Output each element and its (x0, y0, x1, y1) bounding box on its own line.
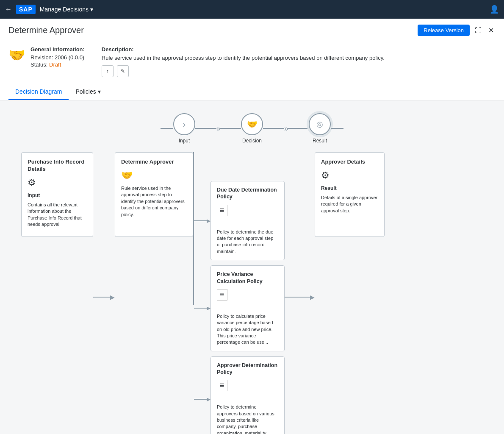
flow-node-decision-label: Decision (242, 138, 262, 144)
revision-value: 2006 (0.0.0) (55, 54, 84, 61)
general-info-title: General Information: (30, 46, 85, 53)
description-text: Rule service used in the approval proces… (102, 54, 496, 62)
policy-card-3: Approver Determination Policy ≡ Policy t… (210, 356, 285, 434)
general-info-left: 🤝 General Information: Revision: 2006 (0… (8, 46, 85, 69)
arrow-1: ▶ (110, 294, 115, 300)
back-button[interactable]: ← (5, 6, 12, 13)
policy-3-icon: ≡ (217, 380, 227, 391)
h-stub-3 (194, 399, 207, 400)
arrow-2: ▶ (310, 294, 315, 300)
tab-policies-arrow: ▾ (98, 88, 101, 95)
decision-card-title: Determine Approver (121, 159, 187, 166)
h-line-1 (93, 297, 110, 298)
manage-decisions-menu[interactable]: Manage Decisions ▾ (40, 6, 93, 13)
flow-node-decision: 🤝 Decision (241, 113, 263, 144)
flow-node-input-label: Input (179, 138, 190, 144)
policy-1-title: Due Date Determination Policy (217, 186, 278, 200)
policy-1-icon: ≡ (217, 205, 227, 216)
tab-decision-diagram[interactable]: Decision Diagram (8, 84, 69, 100)
tabs: Decision Diagram Policies ▾ (8, 84, 496, 100)
header-actions: Release Version ⛶ ✕ (418, 25, 496, 36)
policy-row-1: ▶ Due Date Determination Policy ≡ Policy… (194, 181, 285, 260)
policy-card-1: Due Date Determination Policy ≡ Policy t… (210, 181, 285, 260)
result-card-icon: ⚙ (321, 170, 378, 181)
flow-node-result: ◎ Result (309, 113, 331, 144)
flow-node-result-label: Result (313, 138, 327, 144)
general-info-section: 🤝 General Information: Revision: 2006 (0… (8, 42, 496, 84)
release-version-button[interactable]: Release Version (418, 25, 470, 36)
flow-node-result-circle[interactable]: ◎ (309, 113, 331, 135)
revision-label: Revision: (30, 54, 53, 61)
top-bar: ← SAP Manage Decisions ▾ 👤 (0, 0, 504, 19)
flow-node-input: › Input (173, 113, 195, 144)
toolbar-icons: ↑ ✎ (102, 65, 496, 77)
tab-decision-diagram-label: Decision Diagram (15, 88, 62, 95)
policy-row-3: ▶ Approver Determination Policy ≡ Policy… (194, 356, 285, 434)
flow-node-decision-circle[interactable]: 🤝 (241, 113, 263, 135)
flow-line-2a (263, 128, 284, 129)
sap-logo: SAP (16, 5, 36, 14)
flow-node-input-circle[interactable]: › (173, 113, 195, 135)
fullscreen-button[interactable]: ⛶ (473, 25, 483, 36)
page-header: Determine Approver Release Version ⛶ ✕ 🤝… (0, 19, 504, 100)
result-card-desc: Details of a single approver required fo… (321, 195, 378, 214)
result-card: Approver Details ⚙ Result Details of a s… (315, 152, 385, 237)
decision-card: Determine Approver 🤝 Rule service used i… (115, 152, 193, 237)
policy-3-title: Approver Determination Policy (217, 362, 278, 376)
general-info-text: General Information: Revision: 2006 (0.0… (30, 46, 85, 69)
h-line-long (285, 297, 310, 298)
policy-3-desc: Policy to determine approvers based on v… (217, 404, 278, 434)
connector-decision-result: ▶ (285, 294, 315, 300)
flow-line-end (331, 128, 343, 129)
user-icon[interactable]: 👤 (490, 5, 499, 14)
h-stub-2 (194, 308, 207, 309)
result-card-title: Approver Details (321, 159, 378, 166)
middle-section: ▶ Due Date Determination Policy ≡ Policy… (193, 152, 285, 434)
flow-diagram: › Input » 🤝 Decision » ◎ Result (8, 109, 496, 152)
tab-policies[interactable]: Policies ▾ (69, 84, 107, 100)
flow-line-1a (195, 128, 216, 129)
input-card-desc: Contains all the relevant information ab… (28, 202, 87, 228)
flow-line-2b (288, 128, 309, 129)
close-button[interactable]: ✕ (487, 25, 496, 36)
page-header-top: Determine Approver Release Version ⛶ ✕ (8, 25, 496, 36)
policies-with-connector: ▶ Due Date Determination Policy ≡ Policy… (193, 152, 285, 434)
connector-input-decision: ▶ (93, 294, 115, 300)
description-section: Description: Rule service used in the ap… (102, 46, 496, 77)
arrow-policy-3: ▶ (207, 396, 210, 402)
policy-1-desc: Policy to determine the due date for eac… (217, 229, 278, 255)
input-card-type: Input (28, 192, 87, 198)
status-row: Status: Draft (30, 61, 85, 68)
policy-2-icon: ≡ (217, 289, 227, 300)
top-bar-left: ← SAP Manage Decisions ▾ (5, 5, 93, 14)
result-card-type: Result (321, 185, 378, 191)
cards-area: Purchase Info Record Details ⚙ Input Con… (8, 152, 496, 434)
top-bar-right: 👤 (490, 5, 499, 14)
toolbar-up-button[interactable]: ↑ (102, 65, 114, 77)
description-label: Description: (102, 46, 496, 53)
page-title: Determine Approver (8, 25, 84, 35)
policy-row-2: ▶ Price Variance Calculation Policy ≡ Po… (194, 265, 285, 351)
tab-policies-label: Policies (75, 88, 96, 95)
policy-2-desc: Policy to calculate price variance perce… (217, 313, 278, 346)
arrow-policy-2: ▶ (207, 305, 210, 311)
main-content: › Input » 🤝 Decision » ◎ Result Purchase… (0, 100, 504, 434)
policy-card-2: Price Variance Calculation Policy ≡ Poli… (210, 265, 285, 351)
input-card-title: Purchase Info Record Details (28, 159, 87, 173)
manage-decisions-label: Manage Decisions (40, 6, 89, 13)
arrow-policy-1: ▶ (207, 218, 210, 224)
input-card: Purchase Info Record Details ⚙ Input Con… (21, 152, 93, 237)
general-info-icon: 🤝 (8, 47, 25, 63)
flow-line-1b (220, 128, 241, 129)
h-stub-1 (194, 220, 207, 221)
toolbar-edit-button[interactable]: ✎ (117, 65, 129, 77)
policy-2-title: Price Variance Calculation Policy (217, 271, 278, 285)
manage-decisions-arrow: ▾ (90, 6, 93, 13)
policies-column: ▶ Due Date Determination Policy ≡ Policy… (194, 152, 285, 434)
decision-card-icon: 🤝 (121, 170, 187, 181)
flow-line-start (161, 128, 173, 129)
decision-card-desc: Rule service used in the approval proces… (121, 185, 187, 218)
revision-row: Revision: 2006 (0.0.0) (30, 54, 85, 61)
input-card-icon: ⚙ (28, 177, 87, 188)
status-label: Status: (30, 61, 47, 68)
